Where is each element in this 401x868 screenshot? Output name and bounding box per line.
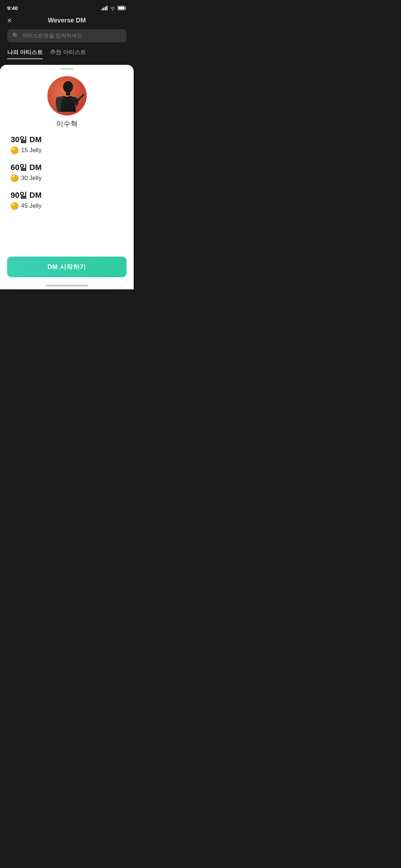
close-icon[interactable]: × [7,16,12,25]
home-indicator [46,285,88,286]
plan-item-30[interactable]: 30일 DM 15 Jelly [11,134,123,154]
status-icons [102,6,127,10]
drag-handle [61,68,73,70]
svg-rect-5 [125,7,127,9]
battery-icon [118,6,127,10]
svg-point-8 [63,81,73,93]
plan-price-label-30: 15 Jelly [21,147,42,154]
signal-icon [102,6,108,10]
status-bar: 9:40 [0,0,134,13]
status-time: 9:40 [7,5,18,11]
jelly-icon-60 [11,174,19,182]
search-placeholder: 아티스트명을 입력하세요. [22,32,84,39]
svg-rect-3 [107,6,108,10]
bottom-sheet: 이수혁 30일 DM 15 Jelly 60일 DM 30 Jelly 90일 … [0,65,134,289]
svg-rect-2 [105,7,106,10]
search-bar[interactable]: 🔍 아티스트명을 입력하세요. [7,29,127,42]
svg-rect-6 [118,7,124,10]
plan-price-60: 30 Jelly [11,174,123,182]
avatar [47,76,87,115]
wifi-icon [110,6,115,10]
plan-price-label-90: 45 Jelly [21,202,42,210]
jelly-icon-90 [11,202,19,210]
bg-title: Weverse DM [48,17,86,24]
tab-recommended[interactable]: 추천 아티스트 [50,49,86,59]
plan-item-60[interactable]: 60일 DM 30 Jelly [11,162,123,182]
artist-name: 이수혁 [56,119,78,129]
start-dm-button[interactable]: DM 시작하기 [7,257,127,277]
plan-item-90[interactable]: 90일 DM 45 Jelly [11,190,123,210]
search-icon: 🔍 [12,32,19,39]
plan-title-60: 60일 DM [11,162,123,173]
plan-title-30: 30일 DM [11,134,123,145]
plan-price-30: 15 Jelly [11,146,123,154]
jelly-icon-30 [11,146,19,154]
svg-rect-9 [66,92,70,95]
plan-title-90: 90일 DM [11,190,123,201]
plans-container: 30일 DM 15 Jelly 60일 DM 30 Jelly 90일 DM 4… [0,131,134,257]
tabs-row: 나의 아티스트 추천 아티스트 [7,49,127,59]
svg-rect-1 [103,8,104,11]
plan-price-90: 45 Jelly [11,202,123,210]
tab-mine[interactable]: 나의 아티스트 [7,49,43,59]
plan-price-label-60: 30 Jelly [21,175,42,182]
bg-header: × Weverse DM [7,13,127,29]
svg-rect-0 [102,9,103,10]
